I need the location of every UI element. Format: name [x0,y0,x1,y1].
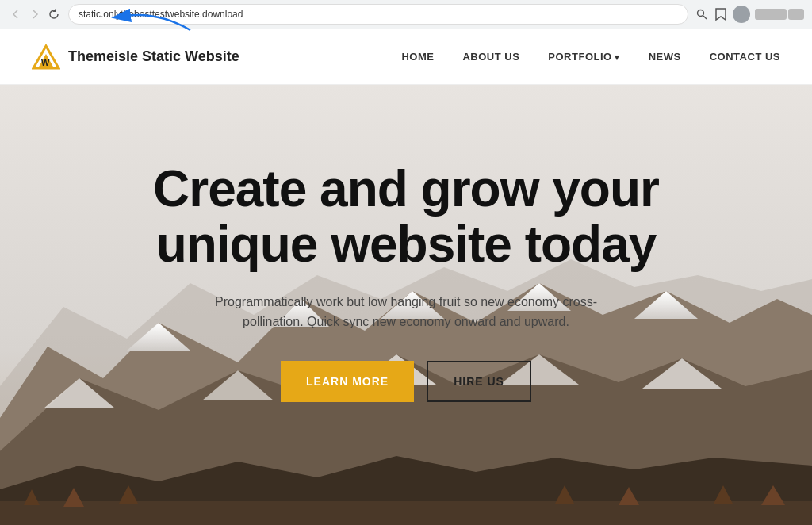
extensions-area [755,9,804,20]
hire-us-button[interactable]: HIRE US [427,361,531,402]
browser-chrome: static.onlythebesttestwebsite.download [0,0,812,29]
browser-actions [695,6,804,23]
hero-heading-line2: unique website today [156,216,657,273]
nav-news[interactable]: NEWS [649,51,681,63]
hero-heading: Create and grow your unique website toda… [153,161,659,273]
address-bar[interactable]: static.onlythebesttestwebsite.download [68,4,688,25]
hero-subtext: Programmatically work but low hanging fr… [192,292,620,332]
svg-text:W: W [41,58,50,67]
website: W Themeisle Static Website HOME ABOUT US… [0,29,812,525]
hero-buttons: LEARN MORE HIRE US [153,361,659,402]
hero-content: Create and grow your unique website toda… [137,161,675,402]
logo-icon: W [32,43,60,71]
search-icon[interactable] [695,7,709,21]
svg-line-1 [703,16,707,19]
extension-2 [788,9,804,20]
url-text: static.onlythebesttestwebsite.download [79,9,243,20]
hero-section: Create and grow your unique website toda… [0,85,812,525]
site-header: W Themeisle Static Website HOME ABOUT US… [0,29,812,85]
browser-toolbar: static.onlythebesttestwebsite.download [0,0,812,29]
learn-more-button[interactable]: LEARN MORE [281,361,414,402]
nav-portfolio[interactable]: PORTFOLIO [548,51,619,63]
nav-home[interactable]: HOME [401,51,434,63]
nav-about[interactable]: ABOUT US [462,51,519,63]
nav-buttons [8,6,62,22]
site-logo: W Themeisle Static Website [32,43,239,71]
reload-button[interactable] [46,6,62,22]
profile-avatar[interactable] [733,6,750,23]
svg-point-0 [698,10,704,17]
svg-rect-21 [0,501,812,525]
back-button[interactable] [8,6,24,22]
extension-1 [755,9,787,20]
site-title: Themeisle Static Website [68,48,239,65]
hero-heading-line1: Create and grow your [153,160,659,217]
forward-button[interactable] [27,6,43,22]
site-nav: HOME ABOUT US PORTFOLIO NEWS CONTACT US [401,51,780,63]
bookmark-icon[interactable] [714,7,728,21]
nav-contact[interactable]: CONTACT US [710,51,780,63]
